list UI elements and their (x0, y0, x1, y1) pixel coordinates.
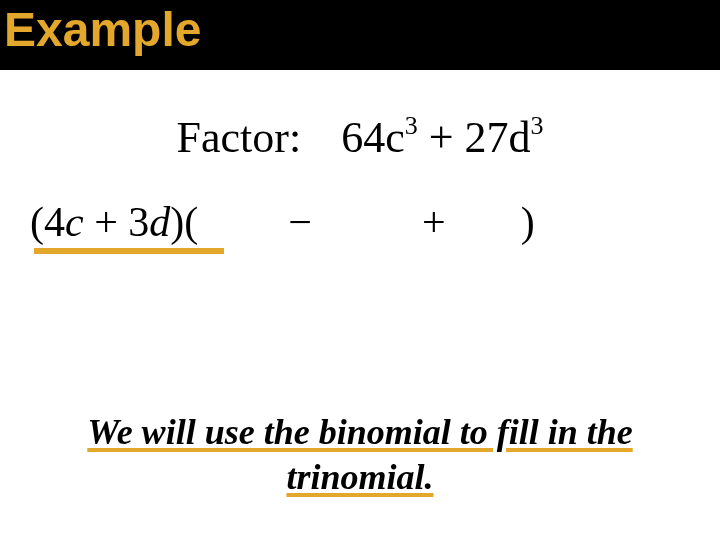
factor-label: Factor: (177, 113, 302, 162)
rparen-2: ) (521, 199, 535, 245)
slide-header: Example (0, 0, 720, 70)
factored-form: (4c + 3d)(−+) (30, 198, 710, 246)
rparen-1: ) (170, 199, 184, 245)
lparen-1: ( (30, 199, 44, 245)
b-var1: c (65, 199, 84, 245)
caption-text: We will use the binomial to fill in the … (0, 410, 720, 500)
minus-op: − (288, 199, 312, 245)
coef-1: 64 (341, 113, 385, 162)
b-coef1: 4 (44, 199, 65, 245)
plus-op: + (429, 113, 454, 162)
exp-2: 3 (531, 111, 544, 140)
exp-1: 3 (405, 111, 418, 140)
coef-2: 27 (465, 113, 509, 162)
binomial-underline (34, 248, 224, 254)
caption-line-1: We will use the binomial to fill in the (87, 412, 632, 452)
var-2: d (509, 113, 531, 162)
b-plus: + (94, 199, 118, 245)
plus-op-2: + (422, 199, 446, 245)
caption-line-2: trinomial. (286, 457, 433, 497)
b-var2: d (149, 199, 170, 245)
lparen-2: ( (184, 199, 198, 245)
math-area: Factor: 64c3 + 27d3 (0, 90, 720, 163)
slide-title: Example (4, 2, 201, 57)
b-coef2: 3 (128, 199, 149, 245)
factor-expression: Factor: 64c3 + 27d3 (0, 112, 720, 163)
var-1: c (385, 113, 405, 162)
